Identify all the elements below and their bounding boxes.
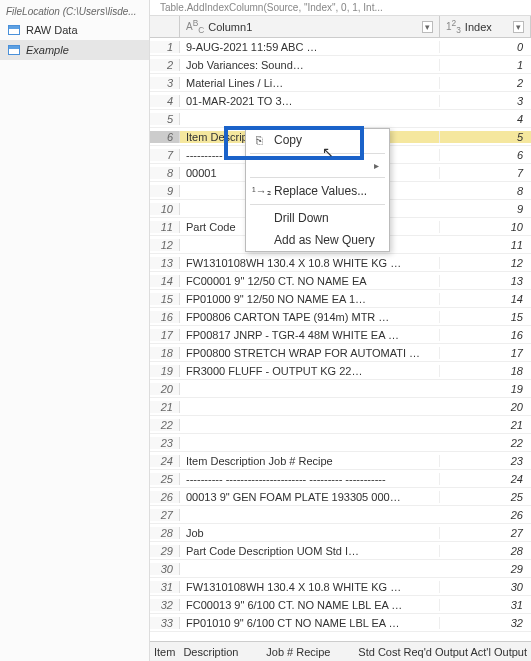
row-number[interactable]: 9: [150, 185, 180, 197]
cell-index[interactable]: 9: [440, 203, 531, 215]
cell-column1[interactable]: FP01010 9" 6/100 CT NO NAME LBL EA …: [180, 617, 440, 629]
row-number[interactable]: 13: [150, 257, 180, 269]
table-row[interactable]: 24Item Description Job # Recipe23: [150, 452, 531, 470]
table-row[interactable]: 19-AUG-2021 11:59 ABC …0: [150, 38, 531, 56]
row-number[interactable]: 29: [150, 545, 180, 557]
cell-column1[interactable]: Part Code Description UOM Std I…: [180, 545, 440, 557]
table-row[interactable]: 3029: [150, 560, 531, 578]
table-row[interactable]: 31 FW1310108WH 130.4 X 10.8 WHITE KG …30: [150, 578, 531, 596]
row-number[interactable]: 32: [150, 599, 180, 611]
row-number[interactable]: 31: [150, 581, 180, 593]
chevron-down-icon[interactable]: ▾: [513, 21, 524, 33]
table-row[interactable]: 2221: [150, 416, 531, 434]
table-row[interactable]: 13 FW1310108WH 130.4 X 10.8 WHITE KG …12: [150, 254, 531, 272]
cell-column1[interactable]: FW1310108WH 130.4 X 10.8 WHITE KG …: [180, 257, 440, 269]
row-number[interactable]: 30: [150, 563, 180, 575]
menu-drill-down[interactable]: Drill Down: [246, 207, 389, 229]
row-number[interactable]: 12: [150, 239, 180, 251]
table-row[interactable]: 2120: [150, 398, 531, 416]
cell-index[interactable]: 31: [440, 599, 531, 611]
cell-column1[interactable]: FW1310108WH 130.4 X 10.8 WHITE KG …: [180, 581, 440, 593]
cell-column1[interactable]: FP00806 CARTON TAPE (914m) MTR …: [180, 311, 440, 323]
cell-index[interactable]: 29: [440, 563, 531, 575]
cell-index[interactable]: 18: [440, 365, 531, 377]
row-number[interactable]: 24: [150, 455, 180, 467]
row-number-header[interactable]: [150, 16, 180, 37]
row-number[interactable]: 5: [150, 113, 180, 125]
cell-index[interactable]: 23: [440, 455, 531, 467]
cell-index[interactable]: 11: [440, 239, 531, 251]
cell-index[interactable]: 6: [440, 149, 531, 161]
cell-index[interactable]: 2: [440, 77, 531, 89]
row-number[interactable]: 3: [150, 77, 180, 89]
cell-index[interactable]: 17: [440, 347, 531, 359]
chevron-down-icon[interactable]: ▾: [422, 21, 433, 33]
menu-filters[interactable]: ▸: [246, 156, 389, 175]
table-row[interactable]: 17 FP00817 JNRP - TGR-4 48M WHITE EA …16: [150, 326, 531, 344]
row-number[interactable]: 23: [150, 437, 180, 449]
table-row[interactable]: 2600013 9" GEN FOAM PLATE 193305 000…25: [150, 488, 531, 506]
row-number[interactable]: 1: [150, 41, 180, 53]
cell-index[interactable]: 3: [440, 95, 531, 107]
cell-index[interactable]: 7: [440, 167, 531, 179]
row-number[interactable]: 14: [150, 275, 180, 287]
table-row[interactable]: 25---------- ---------------------- ----…: [150, 470, 531, 488]
cell-index[interactable]: 16: [440, 329, 531, 341]
cell-index[interactable]: 1: [440, 59, 531, 71]
row-number[interactable]: 33: [150, 617, 180, 629]
cell-column1[interactable]: Item Description Job # Recipe: [180, 455, 440, 467]
row-number[interactable]: 10: [150, 203, 180, 215]
cell-column1[interactable]: Material Lines / Li…: [180, 77, 440, 89]
cell-index[interactable]: 25: [440, 491, 531, 503]
cell-index[interactable]: 12: [440, 257, 531, 269]
cell-index[interactable]: 30: [440, 581, 531, 593]
cell-index[interactable]: 4: [440, 113, 531, 125]
cell-column1[interactable]: FP00817 JNRP - TGR-4 48M WHITE EA …: [180, 329, 440, 341]
table-row[interactable]: 2019: [150, 380, 531, 398]
column-header-column1[interactable]: ABC Column1 ▾: [180, 16, 440, 37]
row-number[interactable]: 17: [150, 329, 180, 341]
row-number[interactable]: 20: [150, 383, 180, 395]
cell-column1[interactable]: FR3000 FLUFF - OUTPUT KG 22…: [180, 365, 440, 377]
row-number[interactable]: 28: [150, 527, 180, 539]
row-number[interactable]: 15: [150, 293, 180, 305]
cell-index[interactable]: 20: [440, 401, 531, 413]
query-item-example[interactable]: Example: [0, 40, 149, 60]
menu-copy[interactable]: ⎘ Copy: [246, 129, 389, 151]
menu-replace-values[interactable]: ¹→₂ Replace Values...: [246, 180, 389, 202]
cell-column1[interactable]: FC00013 9" 6/100 CT. NO NAME LBL EA …: [180, 599, 440, 611]
cell-index[interactable]: 32: [440, 617, 531, 629]
row-number[interactable]: 8: [150, 167, 180, 179]
row-number[interactable]: 4: [150, 95, 180, 107]
cell-index[interactable]: 13: [440, 275, 531, 287]
table-row[interactable]: 29 Part Code Description UOM Std I…28: [150, 542, 531, 560]
cell-index[interactable]: 22: [440, 437, 531, 449]
row-number[interactable]: 11: [150, 221, 180, 233]
row-number[interactable]: 7: [150, 149, 180, 161]
table-row[interactable]: 2322: [150, 434, 531, 452]
table-row[interactable]: 14 FC00001 9" 12/50 CT. NO NAME EA13: [150, 272, 531, 290]
cell-column1[interactable]: FC00001 9" 12/50 CT. NO NAME EA: [180, 275, 440, 287]
table-row[interactable]: 28 Job27: [150, 524, 531, 542]
row-number[interactable]: 6: [150, 131, 180, 143]
table-row[interactable]: 19 FR3000 FLUFF - OUTPUT KG 22…18: [150, 362, 531, 380]
row-number[interactable]: 27: [150, 509, 180, 521]
cell-index[interactable]: 24: [440, 473, 531, 485]
cell-column1[interactable]: FP01000 9" 12/50 NO NAME EA 1…: [180, 293, 440, 305]
cell-column1[interactable]: ---------- ---------------------- ------…: [180, 473, 440, 485]
cell-index[interactable]: 19: [440, 383, 531, 395]
table-row[interactable]: 32 FC00013 9" 6/100 CT. NO NAME LBL EA ……: [150, 596, 531, 614]
row-number[interactable]: 25: [150, 473, 180, 485]
cell-index[interactable]: 5: [440, 131, 531, 143]
cell-column1[interactable]: 01-MAR-2021 TO 3…: [180, 95, 440, 107]
table-row[interactable]: 15 FP01000 9" 12/50 NO NAME EA 1…14: [150, 290, 531, 308]
cell-index[interactable]: 0: [440, 41, 531, 53]
cell-index[interactable]: 27: [440, 527, 531, 539]
row-number[interactable]: 18: [150, 347, 180, 359]
cell-index[interactable]: 10: [440, 221, 531, 233]
table-row[interactable]: 18 FP00800 STRETCH WRAP FOR AUTOMATI …17: [150, 344, 531, 362]
table-row[interactable]: 33 FP01010 9" 6/100 CT NO NAME LBL EA …3…: [150, 614, 531, 632]
table-row[interactable]: 54: [150, 110, 531, 128]
row-number[interactable]: 21: [150, 401, 180, 413]
column-header-index[interactable]: 123 Index ▾: [440, 16, 531, 37]
